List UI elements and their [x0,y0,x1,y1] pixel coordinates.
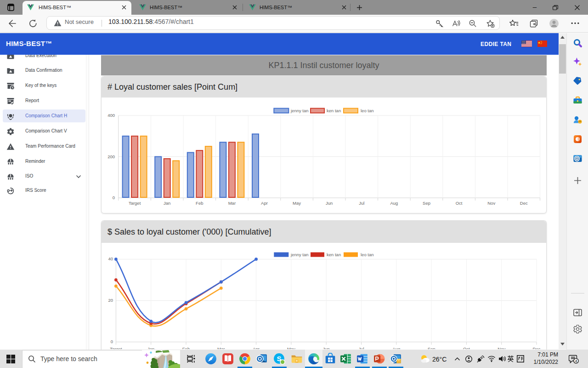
svg-text:jenny tan: jenny tan [290,108,309,113]
svg-text:May: May [293,201,301,206]
svg-text:400: 400 [107,113,115,118]
svg-text:Jun: Jun [326,201,333,206]
svg-text:20: 20 [108,298,113,303]
svg-text:Aug: Aug [392,346,400,349]
svg-text:Jul: Jul [359,201,364,206]
svg-text:Oct: Oct [456,201,463,206]
svg-text:Mar: Mar [228,201,236,206]
svg-text:Oct: Oct [463,346,470,349]
svg-text:Jun: Jun [323,346,330,349]
svg-text:Nov: Nov [487,201,495,206]
svg-text:0: 0 [113,195,115,200]
svg-text:Jul: Jul [358,346,364,349]
svg-text:Sep: Sep [428,346,435,349]
svg-text:0: 0 [111,339,113,344]
svg-text:Apr: Apr [261,201,268,206]
svg-text:4: 4 [575,358,577,363]
svg-text:Jan: Jan [147,346,154,349]
svg-text:40: 40 [108,256,113,261]
svg-text:jenny tan: jenny tan [290,252,309,257]
svg-text:Target: Target [129,201,141,206]
svg-text:Apr: Apr [253,346,260,349]
svg-text:Feb: Feb [196,201,203,206]
svg-text:Aug: Aug [390,201,398,206]
svg-text:May: May [287,346,295,349]
svg-text:Mar: Mar [217,346,225,349]
svg-text:200: 200 [107,154,115,159]
svg-text:Sep: Sep [423,201,430,206]
svg-text:ken tan: ken tan [327,252,341,257]
svg-text:Jan: Jan [164,201,170,206]
svg-text:ken tan: ken tan [327,108,341,113]
svg-text:Dec: Dec [520,201,528,206]
svg-text:Target: Target [110,346,122,349]
svg-text:leo tan: leo tan [361,108,374,113]
svg-text:Nov: Nov [498,346,505,349]
svg-text:Dec: Dec [533,346,541,349]
svg-text:Feb: Feb [182,346,190,349]
svg-text:leo tan: leo tan [361,252,374,257]
